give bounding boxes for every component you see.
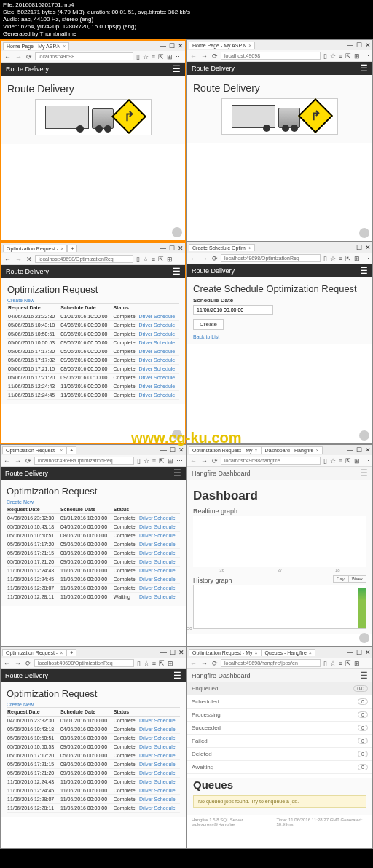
thumb-3[interactable]: Optimization Request -×+ —☐✕ ←→✕ localho… — [0, 242, 186, 444]
book-icon[interactable]: ▯ — [136, 53, 140, 60]
fab-icon[interactable] — [172, 430, 182, 440]
minimize-icon[interactable]: — — [160, 245, 166, 252]
minimize-icon[interactable]: — — [160, 446, 167, 454]
reader-icon[interactable]: ≡ — [339, 52, 342, 60]
queue-row[interactable]: Enqueued0/0 — [187, 682, 372, 695]
minimize-icon[interactable]: — — [160, 42, 166, 50]
day-toggle[interactable]: Day — [333, 575, 348, 583]
menu-icon[interactable]: ☰ — [173, 671, 181, 681]
more-icon[interactable]: ⋯ — [176, 53, 182, 60]
back-icon[interactable]: ← — [4, 457, 10, 465]
driver-schedule-link[interactable]: Driver Schedule — [139, 542, 176, 547]
reload-icon[interactable]: ⟳ — [212, 660, 218, 667]
url-bar[interactable]: localhost:49698/OptimizationReq — [35, 255, 133, 263]
close-icon[interactable]: ✕ — [178, 649, 184, 656]
maximize-icon[interactable]: ☐ — [169, 245, 175, 252]
star-icon[interactable]: ☆ — [330, 52, 336, 60]
fab-icon[interactable] — [359, 430, 369, 441]
forward-icon[interactable]: → — [15, 53, 22, 60]
queue-row[interactable]: Scheduled0 — [187, 695, 372, 709]
more-icon[interactable]: ⋯ — [363, 457, 369, 465]
browser-tab[interactable]: Optimization Request -× — [2, 649, 66, 656]
browser-tab[interactable]: Queues - Hangfire× — [262, 649, 315, 656]
book-icon[interactable]: ▯ — [323, 660, 327, 667]
more-icon[interactable]: ⋯ — [176, 256, 182, 263]
minimize-icon[interactable]: — — [347, 446, 353, 454]
star-icon[interactable]: ☆ — [143, 256, 149, 263]
maximize-icon[interactable]: ☐ — [356, 244, 362, 251]
browser-tab[interactable]: Home Page - My ASP.N× — [3, 42, 69, 50]
driver-schedule-link[interactable]: Driver Schedule — [138, 314, 175, 319]
driver-schedule-link[interactable]: Driver Schedule — [139, 577, 176, 582]
url-bar[interactable]: localhost:49698 — [221, 52, 321, 60]
driver-schedule-link[interactable]: Driver Schedule — [138, 375, 175, 380]
driver-schedule-link[interactable]: Driver Schedule — [139, 779, 176, 784]
forward-icon[interactable]: → — [201, 52, 208, 60]
close-icon[interactable]: ✕ — [365, 42, 371, 49]
back-icon[interactable]: ← — [190, 457, 197, 465]
driver-schedule-link[interactable]: Driver Schedule — [139, 735, 176, 741]
star-icon[interactable]: ☆ — [144, 660, 149, 667]
driver-schedule-link[interactable]: Driver Schedule — [139, 762, 176, 767]
hub-icon[interactable]: ⊞ — [354, 457, 360, 465]
driver-schedule-link[interactable]: Driver Schedule — [139, 753, 176, 758]
share-icon[interactable]: ⇱ — [345, 660, 351, 667]
new-tab[interactable]: + — [66, 446, 76, 454]
url-bar[interactable]: localhost:49698/OptimizationReq — [34, 659, 134, 667]
queue-row[interactable]: Failed0 — [187, 735, 372, 748]
create-new-link[interactable]: Create New — [7, 702, 180, 707]
book-icon[interactable]: ▯ — [136, 256, 140, 263]
stop-icon[interactable]: ✕ — [26, 256, 32, 263]
week-toggle[interactable]: Week — [348, 575, 366, 583]
new-tab[interactable]: + — [66, 649, 76, 656]
minimize-icon[interactable]: — — [347, 649, 353, 656]
close-icon[interactable]: × — [254, 650, 257, 655]
minimize-icon[interactable]: — — [347, 42, 353, 49]
browser-tab[interactable]: Create Schedule Optimi× — [189, 244, 255, 251]
close-icon[interactable]: ✕ — [178, 446, 184, 454]
back-icon[interactable]: ← — [190, 52, 197, 60]
more-icon[interactable]: ⋯ — [363, 660, 369, 667]
fab-icon[interactable] — [359, 633, 369, 643]
driver-schedule-link[interactable]: Driver Schedule — [139, 718, 176, 723]
close-icon[interactable]: × — [60, 650, 63, 655]
driver-schedule-link[interactable]: Driver Schedule — [139, 797, 176, 802]
book-icon[interactable]: ▯ — [323, 52, 327, 60]
more-icon[interactable]: ⋯ — [363, 52, 369, 60]
driver-schedule-link[interactable]: Driver Schedule — [139, 585, 176, 591]
close-icon[interactable]: × — [248, 245, 251, 250]
close-icon[interactable]: × — [309, 650, 312, 655]
menu-icon[interactable]: ☰ — [360, 63, 368, 74]
new-tab[interactable]: + — [67, 245, 77, 252]
menu-icon[interactable]: ☰ — [173, 267, 181, 277]
queue-row[interactable]: Deleted0 — [187, 748, 372, 761]
menu-icon[interactable]: ☰ — [173, 64, 181, 74]
more-icon[interactable]: ⋯ — [176, 457, 183, 465]
reload-icon[interactable]: ⟳ — [25, 457, 31, 465]
star-icon[interactable]: ☆ — [330, 255, 336, 262]
maximize-icon[interactable]: ☐ — [170, 446, 176, 454]
driver-schedule-link[interactable]: Driver Schedule — [139, 551, 176, 556]
driver-schedule-link[interactable]: Driver Schedule — [138, 366, 175, 371]
browser-tab[interactable]: Optimization Request - My× — [189, 446, 262, 454]
driver-schedule-link[interactable]: Driver Schedule — [138, 392, 175, 398]
reader-icon[interactable]: ≡ — [339, 660, 342, 667]
reload-icon[interactable]: ⟳ — [25, 660, 31, 667]
more-icon[interactable]: ⋯ — [363, 255, 369, 262]
back-icon[interactable]: ← — [4, 660, 10, 667]
schedule-date-input[interactable] — [193, 305, 273, 315]
share-icon[interactable]: ⇱ — [158, 53, 164, 60]
hub-icon[interactable]: ⊞ — [354, 660, 360, 667]
close-icon[interactable]: ✕ — [178, 42, 184, 50]
star-icon[interactable]: ☆ — [330, 457, 336, 465]
thumb-7[interactable]: Optimization Request -×+ —☐✕ ←→⟳ localho… — [0, 647, 186, 849]
close-icon[interactable]: × — [254, 448, 257, 453]
star-icon[interactable]: ☆ — [144, 457, 149, 465]
maximize-icon[interactable]: ☐ — [356, 446, 362, 454]
thumb-2[interactable]: Home Page - My ASP.N× —☐✕ ←→⟳ localhost:… — [186, 39, 373, 242]
driver-schedule-link[interactable]: Driver Schedule — [138, 358, 175, 363]
maximize-icon[interactable]: ☐ — [170, 649, 176, 656]
driver-schedule-link[interactable]: Driver Schedule — [139, 727, 176, 732]
thumb-4[interactable]: Create Schedule Optimi× —☐✕ ←→⟳ localhos… — [186, 242, 373, 444]
reload-icon[interactable]: ⟳ — [212, 457, 218, 465]
